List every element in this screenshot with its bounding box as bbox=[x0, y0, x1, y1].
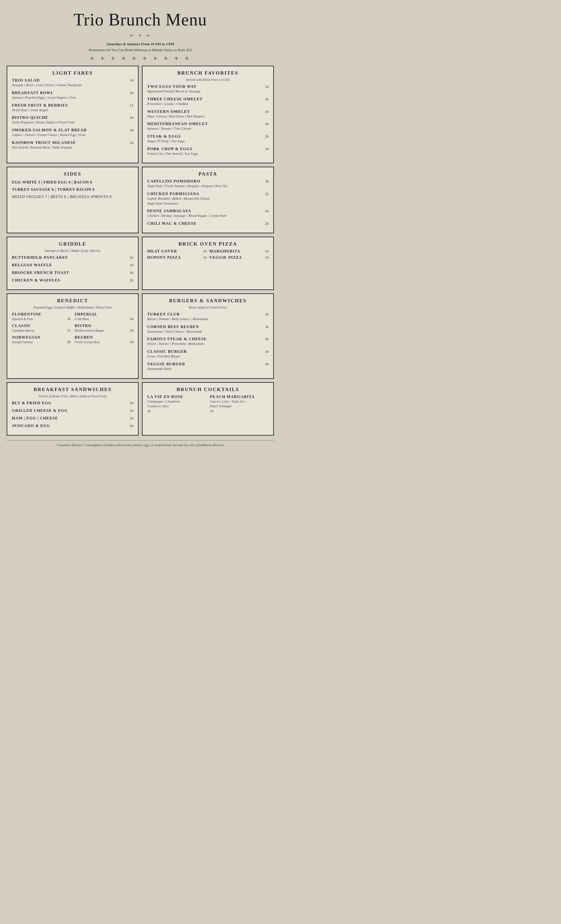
brunch-cocktails-title: BRUNCH COCKTAILS bbox=[147, 387, 268, 392]
list-item: MARGHERITA 19 bbox=[209, 249, 268, 254]
page-title: Trio Brunch Menu bbox=[7, 10, 274, 29]
benedict-title: BENEDICT bbox=[12, 298, 134, 304]
list-item: CORNED BEEF REUBEN 16 Sauerkraut | Swiss… bbox=[147, 324, 268, 334]
list-item: BISTRO Mediterranean Burger 18 bbox=[75, 323, 134, 333]
list-item: LA VIE EN ROSE Champagne | ChambordCranb… bbox=[147, 394, 206, 413]
griddle-title: GRIDDLE bbox=[12, 241, 134, 247]
sides-content: EGG WHITE 3 | FRIED EGG 4 | BACON 6 TURK… bbox=[12, 179, 134, 200]
brunch-favorites-subtitle: Served with Home Fries or Grits bbox=[147, 78, 268, 81]
list-item: WESTERN OMELET 16 Ham | Cheese | Red Oni… bbox=[147, 109, 268, 119]
list-item: PEACH MARGARITA Cuervo | Lime | Triple S… bbox=[210, 394, 268, 413]
list-item: CHICKEN PARMIGIANA 22 Lightly Breaded | … bbox=[147, 191, 268, 206]
footer-advisory: Consumer Advisory: Consumption of underc… bbox=[7, 440, 274, 447]
sides-line3: Mixed Veggies 7 | BEETS 8 | BRUSSELS SPR… bbox=[12, 194, 134, 201]
griddle-section: GRIDDLE Sausage or Bacon | Maple Syrup |… bbox=[7, 237, 139, 290]
list-item: BRIOCHE FRENCH TOAST 16 bbox=[12, 270, 134, 275]
divider-ornament: ✦ ✦ ✦ ✦ ✦ ✦ ✦ ✦ ✦ ✦ bbox=[7, 54, 274, 62]
brunch-cocktails-section: BRUNCH COCKTAILS LA VIE EN ROSE Champagn… bbox=[142, 382, 274, 436]
pasta-title: PASTA bbox=[147, 171, 268, 177]
list-item: CAPELLINI POMODORO 18 Angel Hair | Fresh… bbox=[147, 179, 268, 189]
list-item: SMOKED SALMON & FLAT BREAD 18 Capers | O… bbox=[12, 128, 134, 138]
list-item: FLORENTINE Spinach & Feta 16 bbox=[12, 312, 70, 321]
cocktail-grid: LA VIE EN ROSE Champagne | ChambordCranb… bbox=[147, 394, 268, 416]
benedict-grid: FLORENTINE Spinach & Feta 16 IMPERIAL Cr… bbox=[12, 312, 134, 345]
pizza-section: BRICK OVEN PIZZA MEAT LOVER 19 MARGHERIT… bbox=[142, 237, 274, 290]
list-item: PORK CHOP & EGGS 24 French Cut | Pan Sea… bbox=[147, 147, 268, 156]
griddle-subtitle: Sausage or Bacon | Maple Syrup | Berries bbox=[12, 249, 134, 252]
header: Trio Brunch Menu bbox=[7, 7, 274, 31]
list-item: VEGGIE BURGER 16 Homemade Daily bbox=[147, 362, 268, 372]
list-item: STEAK & EGGS 26 Angus NY Strip | Two Egg… bbox=[147, 134, 268, 144]
benedict-section: BENEDICT Poached Eggs | English Muffin |… bbox=[7, 293, 139, 378]
list-item: BISTRO QUICHE 16 Daily Prepared | House … bbox=[12, 115, 134, 125]
list-item: NORWEGIAN Smoked Salmon 20 bbox=[12, 335, 70, 345]
list-item: TRIO SALAD 10 Arugula | Beets | Goat Che… bbox=[12, 78, 134, 88]
pizza-grid: MEAT LOVER 19 MARGHERITA 19 DUPONT PIZZA… bbox=[147, 249, 268, 260]
menu-grid: LIGHT FARES TRIO SALAD 10 Arugula | Beet… bbox=[7, 66, 274, 435]
list-item: MEDITERRANEAN OMELET 16 Spinach | Tomato… bbox=[147, 122, 268, 131]
subtitle: Saturdays & Sundays From 10 AM to 3 PM B… bbox=[7, 41, 274, 53]
list-item: REUBEN Fresh Corned Beef 18 bbox=[75, 335, 134, 345]
burgers-title: BURGERS & SANDWICHES bbox=[147, 298, 268, 304]
list-item: BLT & FRIED EGG 16 bbox=[12, 400, 134, 406]
sides-line2: TURKEY SAUSAGE 6 | TURKEY BACON 6 bbox=[12, 186, 134, 194]
sides-title: SIDES bbox=[12, 171, 134, 177]
brunch-favorites-section: BRUNCH FAVORITES Served with Home Fries … bbox=[142, 66, 274, 164]
light-fares-section: LIGHT FARES TRIO SALAD 10 Arugula | Beet… bbox=[7, 66, 139, 164]
list-item: CLASSIC Canadian Bacon 15 bbox=[12, 323, 70, 333]
list-item: CLASSIC BURGER 16 Grass- Fed Beef Burger bbox=[147, 349, 268, 359]
list-item: MEAT LOVER 19 bbox=[147, 249, 207, 254]
list-item: TURKEY CLUB 16 Bacon | Tomato | Baby Let… bbox=[147, 312, 268, 322]
list-item: RAINBOW TROUT MILANESE 24 Pan Seared | R… bbox=[12, 140, 134, 150]
sides-line1: EGG WHITE 3 | FRIED EGG 4 | BACON 6 bbox=[12, 179, 134, 186]
list-item: FRESH FRUIT & BERRIES 13 Dried Nuts | Gr… bbox=[12, 103, 134, 113]
list-item: BELGIAN WAFFLE 16 bbox=[12, 262, 134, 268]
list-item: TWO EGGS YOUR WAY 14 Applewood Smoked Ba… bbox=[147, 84, 268, 94]
brunch-favorites-title: BRUNCH FAVORITES bbox=[147, 70, 268, 76]
sides-section: SIDES EGG WHITE 3 | FRIED EGG 4 | BACON … bbox=[7, 166, 139, 233]
list-item: VEGGIE PIZZA 19 bbox=[209, 255, 268, 260]
pizza-title: BRICK OVEN PIZZA bbox=[147, 241, 268, 247]
burgers-sandwiches-section: BURGERS & SANDWICHES Bistro Salad or Fre… bbox=[142, 293, 274, 378]
breakfast-sandwiches-section: BREAKFAST SANDWICHES Choice of Home Frie… bbox=[7, 382, 139, 436]
list-item: HAM | EGG | CHEESE 16 bbox=[12, 416, 134, 421]
list-item: GRILLED CHEESE & EGG 16 bbox=[12, 408, 134, 413]
list-item: BREAKFAST BOWL 16 Quinoa | Poached Eggs … bbox=[12, 90, 134, 100]
list-item: THREE CHEESE OMELET 16 Provolone | Gouda… bbox=[147, 97, 268, 106]
list-item: CHILI MAC & CHEESE 20 bbox=[147, 221, 268, 226]
list-item: IMPERIAL Crab Meat 24 bbox=[75, 312, 134, 321]
list-item: BUTTERMILK PANCAKES 16 bbox=[12, 255, 134, 260]
list-item: PENNE JAMBALAYA 24 Chicken | Shrimp | Sa… bbox=[147, 208, 268, 219]
breakfast-sandwiches-title: BREAKFAST SANDWICHES bbox=[12, 387, 134, 392]
breakfast-sandwiches-subtitle: Choice of Home Fries | Bistro Salad or F… bbox=[12, 394, 134, 398]
burgers-subtitle: Bistro Salad or French Fries bbox=[147, 306, 268, 309]
list-item: DUPONT PIZZA 19 bbox=[147, 255, 207, 260]
list-item: AVOCADO & EGG 16 bbox=[12, 423, 134, 428]
list-item: CHICKEN & WAFFLES 20 bbox=[12, 278, 134, 283]
light-fares-title: LIGHT FARES bbox=[12, 70, 134, 76]
benedict-subtitle: Poached Eggs | English Muffin | Hollanda… bbox=[12, 306, 134, 309]
list-item: FAMOUS STEAK & CHEESE 16 Onion | Tomato … bbox=[147, 337, 268, 346]
pasta-section: PASTA CAPELLINI POMODORO 18 Angel Hair |… bbox=[142, 166, 274, 233]
